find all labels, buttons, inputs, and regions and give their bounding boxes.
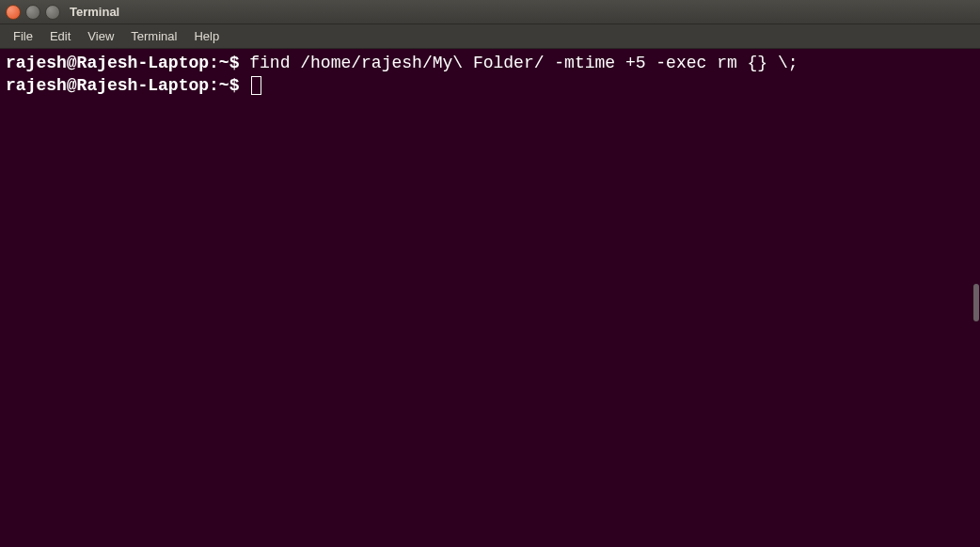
menubar: File Edit View Terminal Help bbox=[0, 24, 980, 49]
window-title: Terminal bbox=[70, 5, 119, 19]
scrollbar[interactable] bbox=[971, 49, 980, 547]
minimize-button[interactable] bbox=[25, 5, 40, 20]
terminal-window: Terminal File Edit View Terminal Help ra… bbox=[0, 0, 980, 547]
menu-edit[interactable]: Edit bbox=[42, 26, 78, 46]
terminal-prompt: rajesh@Rajesh-Laptop:~$ bbox=[6, 74, 249, 97]
titlebar: Terminal bbox=[0, 0, 980, 24]
window-controls bbox=[6, 5, 60, 20]
scrollbar-thumb[interactable] bbox=[973, 284, 979, 321]
menu-terminal[interactable]: Terminal bbox=[123, 26, 184, 46]
terminal-command: find /home/rajesh/My\ Folder/ -mtime +5 … bbox=[249, 52, 798, 74]
terminal-body[interactable]: rajesh@Rajesh-Laptop:~$ find /home/rajes… bbox=[0, 49, 980, 547]
terminal-line: rajesh@Rajesh-Laptop:~$ find /home/rajes… bbox=[6, 52, 974, 74]
menu-file[interactable]: File bbox=[6, 26, 40, 46]
terminal-line: rajesh@Rajesh-Laptop:~$ bbox=[6, 74, 974, 97]
close-button[interactable] bbox=[6, 5, 21, 20]
menu-view[interactable]: View bbox=[80, 26, 121, 46]
maximize-button[interactable] bbox=[45, 5, 60, 20]
terminal-prompt: rajesh@Rajesh-Laptop:~$ bbox=[6, 52, 249, 74]
menu-help[interactable]: Help bbox=[186, 26, 227, 46]
cursor-icon bbox=[251, 76, 261, 95]
